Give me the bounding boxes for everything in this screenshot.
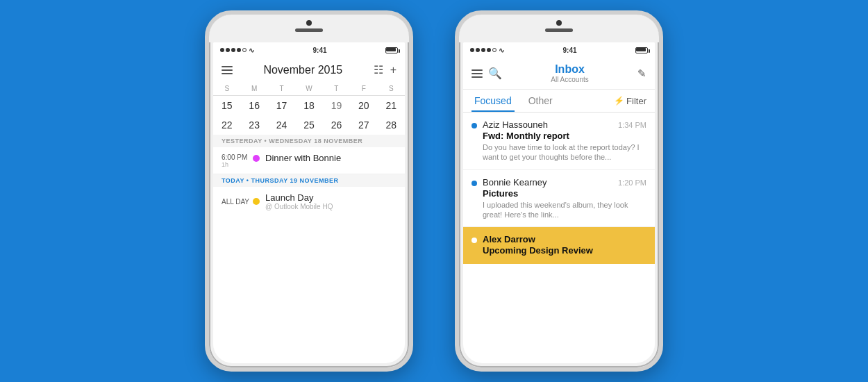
allday-content: Launch Day @ Outlook Mobile HQ bbox=[265, 192, 333, 210]
calendar-screen: ∿ 9:41 November 2015 ☷ + S M T bbox=[213, 42, 405, 363]
cal-day-20[interactable]: 20 bbox=[350, 96, 377, 115]
mail-status-left: ∿ bbox=[470, 47, 504, 54]
unread-dot-2 bbox=[471, 181, 477, 186]
signal-dots bbox=[220, 48, 247, 52]
camera-dot bbox=[306, 20, 312, 26]
email-sender-2: Bonnie Kearney bbox=[483, 177, 547, 188]
mail-search-btn[interactable]: 🔍 bbox=[488, 67, 502, 80]
cal-header-actions: ☷ + bbox=[374, 63, 397, 76]
mail-time-display: 9:41 bbox=[562, 47, 576, 54]
menu-line bbox=[471, 76, 483, 78]
weekday-headers: S M T W T F S bbox=[213, 82, 405, 96]
status-left: ∿ bbox=[220, 47, 254, 54]
menu-line bbox=[222, 69, 233, 71]
cal-day-27[interactable]: 27 bbox=[350, 115, 377, 135]
time-display: 9:41 bbox=[312, 47, 326, 54]
calendar-header: November 2015 ☷ + bbox=[213, 58, 405, 82]
dot5 bbox=[242, 48, 247, 52]
email-item-2[interactable]: Bonnie Kearney 1:20 PM Pictures I upload… bbox=[463, 170, 655, 228]
tab-other-label: Other bbox=[528, 95, 553, 106]
email-top-row-3: Alex Darrow bbox=[483, 234, 646, 244]
mail-status-bar: ∿ 9:41 bbox=[463, 42, 655, 58]
mail-header: 🔍 Inbox All Accounts ✎ bbox=[463, 58, 655, 90]
mail-header-left: 🔍 bbox=[471, 67, 502, 80]
allday-title: Launch Day bbox=[265, 192, 333, 203]
phone-top-bar-2 bbox=[459, 15, 659, 42]
inbox-title: Inbox bbox=[502, 63, 637, 76]
email-item-3[interactable]: Alex Darrow Upcoming Design Review bbox=[463, 227, 655, 264]
mail-screen: ∿ 9:41 🔍 Inbox All Accounts ✎ bbox=[463, 42, 655, 363]
allday-label: ALL DAY bbox=[222, 198, 253, 206]
cal-day-23[interactable]: 23 bbox=[240, 115, 267, 135]
calendar-month-title: November 2015 bbox=[263, 64, 342, 76]
email-subject-1: Fwd: Monthly report bbox=[483, 131, 646, 141]
weekday-s: S bbox=[213, 83, 240, 94]
speaker-bar-2 bbox=[545, 28, 573, 32]
menu-line bbox=[471, 69, 483, 71]
compose-icon[interactable]: ✎ bbox=[637, 67, 646, 80]
email-sender-3: Alex Darrow bbox=[483, 234, 535, 244]
phone-mail: ∿ 9:41 🔍 Inbox All Accounts ✎ bbox=[455, 10, 663, 372]
dot4 bbox=[487, 48, 491, 52]
mail-menu-icon[interactable] bbox=[471, 69, 483, 78]
weekday-s2: S bbox=[378, 83, 405, 94]
tab-other[interactable]: Other bbox=[526, 90, 556, 112]
event-title: Dinner with Bonnie bbox=[265, 153, 341, 163]
calendar-week2: 22 23 24 25 26 27 28 bbox=[213, 115, 405, 135]
today-circle: 19 bbox=[323, 100, 350, 111]
cal-day-15[interactable]: 15 bbox=[213, 96, 240, 115]
phone-calendar: ∿ 9:41 November 2015 ☷ + S M T bbox=[205, 10, 413, 372]
dot3 bbox=[481, 48, 485, 52]
cal-day-28[interactable]: 28 bbox=[378, 115, 405, 135]
menu-line bbox=[471, 73, 483, 74]
weekday-t1: T bbox=[268, 83, 295, 94]
cal-day-16[interactable]: 16 bbox=[240, 96, 267, 115]
email-top-row-2: Bonnie Kearney 1:20 PM bbox=[483, 177, 646, 188]
menu-line bbox=[222, 73, 233, 74]
cal-day-21[interactable]: 21 bbox=[378, 96, 405, 115]
cal-day-25[interactable]: 25 bbox=[295, 115, 322, 135]
weekday-t2: T bbox=[323, 83, 350, 94]
filter-label: Filter bbox=[626, 96, 646, 106]
cal-day-22[interactable]: 22 bbox=[213, 115, 240, 135]
email-top-row-1: Aziz Hassouneh 1:34 PM bbox=[483, 119, 646, 130]
tab-focused[interactable]: Focused bbox=[471, 90, 515, 112]
cal-day-19[interactable]: 19 bbox=[323, 96, 350, 115]
email-subject-3: Upcoming Design Review bbox=[483, 245, 646, 256]
mail-signal-dots bbox=[470, 48, 496, 52]
email-content-3: Alex Darrow Upcoming Design Review bbox=[483, 234, 646, 257]
cal-day-18[interactable]: 18 bbox=[295, 96, 322, 115]
email-time-2: 1:20 PM bbox=[618, 178, 646, 187]
cal-day-24[interactable]: 24 bbox=[268, 115, 295, 135]
cal-day-26[interactable]: 26 bbox=[323, 115, 350, 135]
camera-dot-2 bbox=[556, 20, 562, 26]
battery-icon bbox=[385, 47, 398, 53]
allday-event[interactable]: ALL DAY Launch Day @ Outlook Mobile HQ bbox=[213, 187, 405, 216]
mail-battery-fill bbox=[636, 48, 646, 51]
add-event-icon[interactable]: + bbox=[390, 64, 397, 76]
weekday-f: F bbox=[350, 83, 377, 94]
grid-view-icon[interactable]: ☷ bbox=[374, 63, 383, 76]
dot1 bbox=[220, 48, 224, 52]
dot1 bbox=[470, 48, 474, 52]
weekday-m: M bbox=[240, 83, 267, 94]
email-item-1[interactable]: Aziz Hassouneh 1:34 PM Fwd: Monthly repo… bbox=[463, 113, 655, 170]
unread-dot-1 bbox=[471, 123, 477, 128]
dot2 bbox=[476, 48, 480, 52]
dot5 bbox=[492, 48, 496, 52]
tab-focused-label: Focused bbox=[474, 95, 512, 106]
event-color-dot bbox=[253, 155, 260, 162]
mail-wifi-icon: ∿ bbox=[499, 47, 504, 54]
battery-fill bbox=[386, 48, 396, 51]
filter-button[interactable]: ⚡ Filter bbox=[614, 96, 646, 106]
cal-day-17[interactable]: 17 bbox=[268, 96, 295, 115]
event-dinner[interactable]: 6:00 PM 1h Dinner with Bonnie bbox=[213, 147, 405, 174]
menu-line bbox=[222, 66, 233, 67]
email-subject-2: Pictures bbox=[483, 188, 646, 199]
event-time-value: 6:00 PM bbox=[222, 153, 253, 161]
email-preview-2: I uploaded this weekend's album, they lo… bbox=[483, 200, 646, 220]
email-content-2: Bonnie Kearney 1:20 PM Pictures I upload… bbox=[483, 177, 646, 220]
allday-color-dot bbox=[253, 198, 260, 205]
wifi-icon: ∿ bbox=[249, 47, 254, 54]
menu-icon[interactable] bbox=[222, 66, 233, 74]
